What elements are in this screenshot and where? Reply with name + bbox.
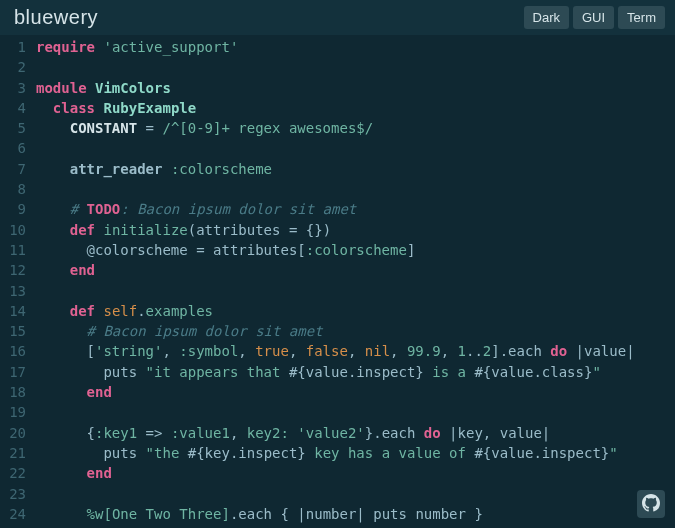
token-ident: attributes [213,242,297,258]
token-punct: .. [466,343,483,359]
token-op: = [188,242,213,258]
token-str: 'value2' [297,425,364,441]
token-ident: inspect [542,445,601,461]
code-line [36,57,675,77]
term-button[interactable]: Term [618,6,665,29]
line-number: 19 [6,402,26,422]
code-line: def self.examples [36,301,675,321]
line-number: 7 [6,159,26,179]
token-ident: number [306,506,357,522]
code-line: attr_reader :colorscheme [36,159,675,179]
code-area[interactable]: require 'active_support'module VimColors… [36,37,675,524]
line-number: 24 [6,504,26,524]
token-const: CONSTANT [70,120,137,136]
token-special: %w[ [87,506,112,522]
token-ident: class [542,364,584,380]
token-punct: ]. [491,343,508,359]
token-def: def [70,303,95,319]
token-ident: value [500,425,542,441]
token-op: = [280,222,305,238]
token-kw: do [550,343,567,359]
token-op [36,364,103,380]
token-punct: | [356,506,373,522]
token-punct: { [87,425,95,441]
token-ident: each [508,343,542,359]
token-ident: value [491,364,533,380]
token-sym: :key1 [95,425,137,441]
token-interp: #{ [474,445,491,461]
token-todo: TODO [87,201,121,217]
token-str: One Two Three [112,506,222,522]
token-ident: key [458,425,483,441]
token-ident: value [491,445,533,461]
code-line: class RubyExample [36,98,675,118]
line-number: 10 [6,220,26,240]
token-op [36,222,70,238]
token-ident: key [205,445,230,461]
token-op [36,303,70,319]
token-cmt: # Bacon ipsum dolor sit amet [87,323,323,339]
token-ident: puts [103,364,137,380]
gui-button[interactable]: GUI [573,6,614,29]
dark-button[interactable]: Dark [524,6,569,29]
token-op [36,465,87,481]
token-cmt: # [70,201,87,217]
code-editor[interactable]: 123456789101112131415161718192021222324 … [0,35,675,524]
token-op [36,262,70,278]
line-number: 6 [6,138,26,158]
token-op [137,364,145,380]
token-str: "the [146,445,188,461]
line-number: 1 [6,37,26,57]
token-num: 99.9 [407,343,441,359]
token-kw: do [424,425,441,441]
line-number: 15 [6,321,26,341]
token-ident: puts [103,445,137,461]
token-kw: module [36,80,87,96]
token-punct: , [390,343,407,359]
line-number: 5 [6,118,26,138]
token-op [162,161,170,177]
token-ident: inspect [238,445,297,461]
token-punct: , [348,343,365,359]
token-sym: key2: [247,425,289,441]
code-line [36,484,675,504]
token-interp: #{ [289,364,306,380]
token-punct: , [289,343,306,359]
token-fn: initialize [103,222,187,238]
token-regex: / [365,120,373,136]
token-bool: nil [365,343,390,359]
line-number: 3 [6,78,26,98]
line-number: 11 [6,240,26,260]
github-button[interactable] [637,490,665,518]
code-line: {:key1 => :value1, key2: 'value2'}.each … [36,423,675,443]
token-kw: end [87,384,112,400]
line-number-gutter: 123456789101112131415161718192021222324 [0,37,36,524]
token-op [36,425,87,441]
token-kw: require [36,39,95,55]
line-number: 23 [6,484,26,504]
header-buttons: Dark GUI Term [524,6,665,29]
code-line: end [36,463,675,483]
token-kw: end [87,465,112,481]
token-attr: attr_reader [70,161,163,177]
token-kw: end [70,262,95,278]
token-ident: puts [373,506,407,522]
token-special: $ [356,120,364,136]
token-punct: | [449,425,457,441]
token-interp: } [297,445,305,461]
token-punct: | [626,343,634,359]
token-op [567,343,575,359]
token-str: "it appears that [146,364,289,380]
token-op [137,445,145,461]
token-sym: :value1 [171,425,230,441]
token-op [441,425,449,441]
line-number: 18 [6,382,26,402]
token-punct: . [533,364,541,380]
token-special: ] [221,506,229,522]
line-number: 14 [6,301,26,321]
token-str: is a [424,364,475,380]
token-str: " [592,364,600,380]
line-number: 8 [6,179,26,199]
line-number: 16 [6,341,26,361]
code-line: end [36,260,675,280]
